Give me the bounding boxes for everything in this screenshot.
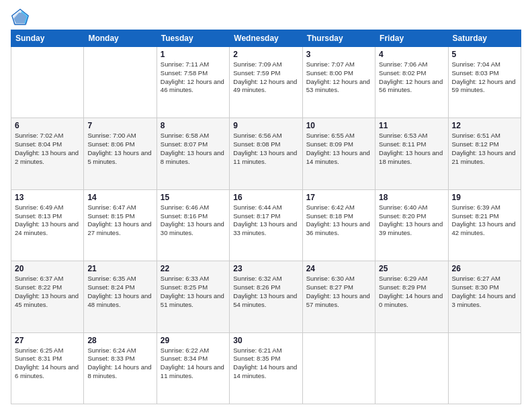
day-info: Sunrise: 6:22 AMSunset: 8:34 PMDaylight:… xyxy=(161,347,226,381)
weekday-header: Sunday xyxy=(11,30,84,47)
calendar-day-cell: 23Sunrise: 6:32 AMSunset: 8:26 PMDayligh… xyxy=(230,261,302,332)
day-number: 3 xyxy=(306,50,371,59)
day-number: 26 xyxy=(452,264,517,273)
day-number: 16 xyxy=(233,193,298,202)
calendar-day-cell: 21Sunrise: 6:35 AMSunset: 8:24 PMDayligh… xyxy=(84,261,157,332)
day-number: 4 xyxy=(379,50,444,59)
calendar-day-cell xyxy=(84,47,157,118)
day-info: Sunrise: 6:58 AMSunset: 8:07 PMDaylight:… xyxy=(161,132,226,166)
calendar-day-cell: 9Sunrise: 6:56 AMSunset: 8:08 PMDaylight… xyxy=(230,118,302,189)
day-number: 22 xyxy=(161,264,226,273)
calendar-day-cell: 29Sunrise: 6:22 AMSunset: 8:34 PMDayligh… xyxy=(157,332,229,404)
calendar-day-cell: 19Sunrise: 6:39 AMSunset: 8:21 PMDayligh… xyxy=(448,189,521,261)
calendar-day-cell: 8Sunrise: 6:58 AMSunset: 8:07 PMDaylight… xyxy=(157,118,229,189)
calendar-day-cell: 7Sunrise: 7:00 AMSunset: 8:06 PMDaylight… xyxy=(84,118,157,189)
day-info: Sunrise: 6:37 AMSunset: 8:22 PMDaylight:… xyxy=(15,275,80,309)
calendar-day-cell: 24Sunrise: 6:30 AMSunset: 8:27 PMDayligh… xyxy=(302,261,375,332)
logo xyxy=(11,8,32,27)
day-info: Sunrise: 6:39 AMSunset: 8:21 PMDaylight:… xyxy=(452,203,517,238)
calendar-day-cell xyxy=(11,47,84,118)
day-info: Sunrise: 6:29 AMSunset: 8:29 PMDaylight:… xyxy=(379,275,444,309)
day-number: 23 xyxy=(233,264,298,273)
day-number: 30 xyxy=(233,336,298,345)
day-info: Sunrise: 6:56 AMSunset: 8:08 PMDaylight:… xyxy=(233,132,298,166)
weekday-header: Tuesday xyxy=(157,30,229,47)
calendar-day-cell: 14Sunrise: 6:47 AMSunset: 8:15 PMDayligh… xyxy=(84,189,157,261)
calendar: SundayMondayTuesdayWednesdayThursdayFrid… xyxy=(11,30,521,404)
day-info: Sunrise: 6:30 AMSunset: 8:27 PMDaylight:… xyxy=(306,275,371,309)
calendar-day-cell: 3Sunrise: 7:07 AMSunset: 8:00 PMDaylight… xyxy=(302,47,375,118)
day-number: 7 xyxy=(87,121,152,130)
day-info: Sunrise: 7:09 AMSunset: 7:59 PMDaylight:… xyxy=(233,60,298,95)
day-number: 27 xyxy=(15,336,80,345)
calendar-day-cell xyxy=(302,332,375,404)
calendar-day-cell: 1Sunrise: 7:11 AMSunset: 7:58 PMDaylight… xyxy=(157,47,229,118)
day-number: 25 xyxy=(379,264,444,273)
weekday-header: Monday xyxy=(84,30,157,47)
calendar-day-cell: 11Sunrise: 6:53 AMSunset: 8:11 PMDayligh… xyxy=(375,118,448,189)
calendar-day-cell: 4Sunrise: 7:06 AMSunset: 8:02 PMDaylight… xyxy=(375,47,448,118)
calendar-day-cell: 5Sunrise: 7:04 AMSunset: 8:03 PMDaylight… xyxy=(448,47,521,118)
calendar-day-cell: 20Sunrise: 6:37 AMSunset: 8:22 PMDayligh… xyxy=(11,261,84,332)
calendar-header: SundayMondayTuesdayWednesdayThursdayFrid… xyxy=(11,30,521,47)
day-info: Sunrise: 7:04 AMSunset: 8:03 PMDaylight:… xyxy=(452,60,517,95)
day-number: 1 xyxy=(161,50,226,59)
day-info: Sunrise: 6:47 AMSunset: 8:15 PMDaylight:… xyxy=(87,203,152,238)
day-number: 11 xyxy=(379,121,444,130)
calendar-week-row: 1Sunrise: 7:11 AMSunset: 7:58 PMDaylight… xyxy=(11,47,521,118)
calendar-week-row: 13Sunrise: 6:49 AMSunset: 8:13 PMDayligh… xyxy=(11,189,521,261)
day-info: Sunrise: 7:00 AMSunset: 8:06 PMDaylight:… xyxy=(87,132,152,166)
day-info: Sunrise: 6:33 AMSunset: 8:25 PMDaylight:… xyxy=(161,275,226,309)
day-info: Sunrise: 6:53 AMSunset: 8:11 PMDaylight:… xyxy=(379,132,444,166)
weekday-header: Wednesday xyxy=(230,30,302,47)
day-info: Sunrise: 6:25 AMSunset: 8:31 PMDaylight:… xyxy=(15,347,80,381)
logo-icon xyxy=(11,8,30,27)
day-info: Sunrise: 6:40 AMSunset: 8:20 PMDaylight:… xyxy=(379,203,444,238)
day-number: 19 xyxy=(452,193,517,202)
weekday-header: Saturday xyxy=(448,30,521,47)
day-number: 6 xyxy=(15,121,80,130)
calendar-week-row: 27Sunrise: 6:25 AMSunset: 8:31 PMDayligh… xyxy=(11,332,521,404)
day-info: Sunrise: 6:21 AMSunset: 8:35 PMDaylight:… xyxy=(233,347,298,381)
day-number: 21 xyxy=(87,264,152,273)
calendar-day-cell: 22Sunrise: 6:33 AMSunset: 8:25 PMDayligh… xyxy=(157,261,229,332)
calendar-day-cell: 30Sunrise: 6:21 AMSunset: 8:35 PMDayligh… xyxy=(230,332,302,404)
day-number: 28 xyxy=(87,336,152,345)
calendar-body: 1Sunrise: 7:11 AMSunset: 7:58 PMDaylight… xyxy=(11,47,521,404)
day-info: Sunrise: 6:32 AMSunset: 8:26 PMDaylight:… xyxy=(233,275,298,309)
weekday-row: SundayMondayTuesdayWednesdayThursdayFrid… xyxy=(11,30,521,47)
weekday-header: Thursday xyxy=(302,30,375,47)
day-info: Sunrise: 7:02 AMSunset: 8:04 PMDaylight:… xyxy=(15,132,80,166)
calendar-week-row: 6Sunrise: 7:02 AMSunset: 8:04 PMDaylight… xyxy=(11,118,521,189)
day-info: Sunrise: 6:49 AMSunset: 8:13 PMDaylight:… xyxy=(15,203,80,238)
day-number: 20 xyxy=(15,264,80,273)
calendar-day-cell: 26Sunrise: 6:27 AMSunset: 8:30 PMDayligh… xyxy=(448,261,521,332)
day-number: 17 xyxy=(306,193,371,202)
day-number: 10 xyxy=(306,121,371,130)
day-number: 14 xyxy=(87,193,152,202)
calendar-day-cell: 16Sunrise: 6:44 AMSunset: 8:17 PMDayligh… xyxy=(230,189,302,261)
day-number: 8 xyxy=(161,121,226,130)
calendar-day-cell: 25Sunrise: 6:29 AMSunset: 8:29 PMDayligh… xyxy=(375,261,448,332)
day-number: 9 xyxy=(233,121,298,130)
calendar-day-cell: 13Sunrise: 6:49 AMSunset: 8:13 PMDayligh… xyxy=(11,189,84,261)
day-number: 15 xyxy=(161,193,226,202)
day-info: Sunrise: 6:46 AMSunset: 8:16 PMDaylight:… xyxy=(161,203,226,238)
weekday-header: Friday xyxy=(375,30,448,47)
calendar-day-cell: 15Sunrise: 6:46 AMSunset: 8:16 PMDayligh… xyxy=(157,189,229,261)
day-info: Sunrise: 7:06 AMSunset: 8:02 PMDaylight:… xyxy=(379,60,444,95)
calendar-day-cell: 27Sunrise: 6:25 AMSunset: 8:31 PMDayligh… xyxy=(11,332,84,404)
calendar-day-cell xyxy=(448,332,521,404)
day-info: Sunrise: 7:11 AMSunset: 7:58 PMDaylight:… xyxy=(161,60,226,95)
day-number: 18 xyxy=(379,193,444,202)
day-info: Sunrise: 6:24 AMSunset: 8:33 PMDaylight:… xyxy=(87,347,152,381)
day-info: Sunrise: 6:55 AMSunset: 8:09 PMDaylight:… xyxy=(306,132,371,166)
header xyxy=(11,8,521,27)
day-info: Sunrise: 6:27 AMSunset: 8:30 PMDaylight:… xyxy=(452,275,517,309)
day-info: Sunrise: 7:07 AMSunset: 8:00 PMDaylight:… xyxy=(306,60,371,95)
day-info: Sunrise: 6:35 AMSunset: 8:24 PMDaylight:… xyxy=(87,275,152,309)
calendar-day-cell: 28Sunrise: 6:24 AMSunset: 8:33 PMDayligh… xyxy=(84,332,157,404)
calendar-day-cell: 2Sunrise: 7:09 AMSunset: 7:59 PMDaylight… xyxy=(230,47,302,118)
day-number: 24 xyxy=(306,264,371,273)
calendar-day-cell xyxy=(375,332,448,404)
